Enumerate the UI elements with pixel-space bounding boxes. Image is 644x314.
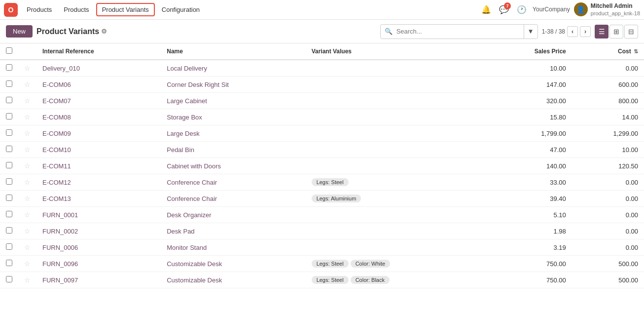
favorite-cell[interactable]: ☆ <box>18 93 36 109</box>
star-icon[interactable]: ☆ <box>24 276 31 284</box>
row-checkbox[interactable] <box>6 129 12 136</box>
favorite-cell[interactable]: ☆ <box>18 256 36 272</box>
internal-reference-link[interactable]: E-COM06 <box>42 81 71 88</box>
internal-reference-link[interactable]: E-COM11 <box>42 162 71 170</box>
product-name-cell[interactable]: Desk Pad <box>161 223 305 239</box>
internal-reference-cell[interactable]: FURN_0097 <box>36 272 161 288</box>
clock-button[interactable]: 🕐 <box>515 2 529 16</box>
favorite-cell[interactable]: ☆ <box>18 109 36 125</box>
user-menu[interactable]: 👤 Mitchell Admin product_app_knk-18 <box>574 2 640 17</box>
internal-reference-link[interactable]: FURN_0001 <box>42 211 78 219</box>
internal-reference-link[interactable]: E-COM10 <box>42 146 71 154</box>
col-name[interactable]: Name <box>161 43 305 60</box>
row-checkbox[interactable] <box>6 178 12 185</box>
star-icon[interactable]: ☆ <box>24 195 31 202</box>
favorite-cell[interactable]: ☆ <box>18 191 36 207</box>
search-input[interactable] <box>393 25 524 39</box>
row-checkbox-cell[interactable] <box>0 125 18 142</box>
internal-reference-cell[interactable]: FURN_0096 <box>36 256 161 272</box>
star-icon[interactable]: ☆ <box>24 211 31 219</box>
internal-reference-cell[interactable]: E-COM11 <box>36 158 161 174</box>
app-logo[interactable]: O <box>4 3 18 17</box>
row-checkbox[interactable] <box>6 80 12 87</box>
row-checkbox[interactable] <box>6 276 12 282</box>
row-checkbox-cell[interactable] <box>0 191 18 207</box>
star-icon[interactable]: ☆ <box>24 97 31 105</box>
product-name-link[interactable]: Desk Organizer <box>167 211 211 219</box>
favorite-cell[interactable]: ☆ <box>18 77 36 93</box>
internal-reference-cell[interactable]: E-COM06 <box>36 77 161 93</box>
product-name-link[interactable]: Local Delivery <box>167 65 207 72</box>
col-sales-price[interactable]: Sales Price <box>487 43 572 60</box>
search-dropdown-button[interactable]: ▼ <box>524 25 537 39</box>
product-name-cell[interactable]: Customizable Desk <box>161 256 305 272</box>
product-name-cell[interactable]: Desk Organizer <box>161 207 305 223</box>
internal-reference-cell[interactable]: E-COM12 <box>36 174 161 191</box>
row-checkbox-cell[interactable] <box>0 93 18 109</box>
col-variant-values[interactable]: Variant Values <box>306 43 487 60</box>
favorite-cell[interactable]: ☆ <box>18 142 36 158</box>
select-all-header[interactable] <box>0 43 18 60</box>
favorite-cell[interactable]: ☆ <box>18 207 36 223</box>
internal-reference-link[interactable]: FURN_0002 <box>42 228 78 235</box>
internal-reference-link[interactable]: FURN_0006 <box>42 244 78 251</box>
settings-view-button[interactable]: ⊟ <box>624 25 638 39</box>
row-checkbox-cell[interactable] <box>0 207 18 223</box>
star-icon[interactable]: ☆ <box>24 129 31 137</box>
nav-configuration[interactable]: Configuration <box>157 4 205 15</box>
internal-reference-link[interactable]: FURN_0096 <box>42 260 78 268</box>
row-checkbox[interactable] <box>6 260 12 266</box>
product-name-link[interactable]: Customizable Desk <box>167 276 222 284</box>
star-icon[interactable]: ☆ <box>24 146 31 154</box>
product-name-link[interactable]: Conference Chair <box>167 195 217 202</box>
internal-reference-link[interactable]: E-COM09 <box>42 130 71 137</box>
product-name-cell[interactable]: Corner Desk Right Sit <box>161 77 305 93</box>
internal-reference-cell[interactable]: E-COM09 <box>36 125 161 142</box>
favorite-cell[interactable]: ☆ <box>18 125 36 142</box>
product-name-link[interactable]: Pedal Bin <box>167 146 194 154</box>
product-name-cell[interactable]: Conference Chair <box>161 191 305 207</box>
row-checkbox-cell[interactable] <box>0 239 18 256</box>
internal-reference-cell[interactable]: Delivery_010 <box>36 60 161 77</box>
product-name-cell[interactable]: Customizable Desk <box>161 272 305 288</box>
product-name-cell[interactable]: Large Cabinet <box>161 93 305 109</box>
row-checkbox[interactable] <box>6 64 12 71</box>
star-icon[interactable]: ☆ <box>24 162 31 170</box>
favorite-cell[interactable]: ☆ <box>18 174 36 191</box>
product-name-link[interactable]: Corner Desk Right Sit <box>167 81 229 88</box>
product-name-cell[interactable]: Pedal Bin <box>161 142 305 158</box>
favorite-cell[interactable]: ☆ <box>18 158 36 174</box>
nav-products-second[interactable]: Products <box>59 4 94 15</box>
row-checkbox[interactable] <box>6 162 12 168</box>
star-icon[interactable]: ☆ <box>24 243 31 251</box>
row-checkbox-cell[interactable] <box>0 223 18 239</box>
internal-reference-link[interactable]: E-COM08 <box>42 114 71 121</box>
internal-reference-cell[interactable]: E-COM13 <box>36 191 161 207</box>
nav-product-variants[interactable]: Product Variants <box>96 3 155 16</box>
new-button[interactable]: New <box>6 25 33 38</box>
row-checkbox-cell[interactable] <box>0 60 18 77</box>
internal-reference-link[interactable]: E-COM13 <box>42 195 71 202</box>
product-name-link[interactable]: Cabinet with Doors <box>167 162 221 170</box>
list-view-button[interactable]: ☰ <box>595 25 608 39</box>
row-checkbox[interactable] <box>6 146 12 152</box>
row-checkbox-cell[interactable] <box>0 158 18 174</box>
row-checkbox[interactable] <box>6 243 12 250</box>
internal-reference-cell[interactable]: E-COM07 <box>36 93 161 109</box>
row-checkbox[interactable] <box>6 113 12 119</box>
internal-reference-cell[interactable]: E-COM08 <box>36 109 161 125</box>
favorite-cell[interactable]: ☆ <box>18 239 36 256</box>
internal-reference-link[interactable]: Delivery_010 <box>42 65 80 72</box>
star-icon[interactable]: ☆ <box>24 260 31 268</box>
pagination-prev-button[interactable]: ‹ <box>567 26 578 37</box>
settings-icon[interactable]: ⚙ <box>101 28 107 35</box>
product-name-link[interactable]: Conference Chair <box>167 179 217 186</box>
row-checkbox[interactable] <box>6 227 12 234</box>
star-icon[interactable]: ☆ <box>24 64 31 72</box>
internal-reference-cell[interactable]: FURN_0001 <box>36 207 161 223</box>
star-icon[interactable]: ☆ <box>24 227 31 235</box>
internal-reference-cell[interactable]: E-COM10 <box>36 142 161 158</box>
row-checkbox-cell[interactable] <box>0 142 18 158</box>
internal-reference-link[interactable]: FURN_0097 <box>42 276 78 284</box>
product-name-cell[interactable]: Conference Chair <box>161 174 305 191</box>
